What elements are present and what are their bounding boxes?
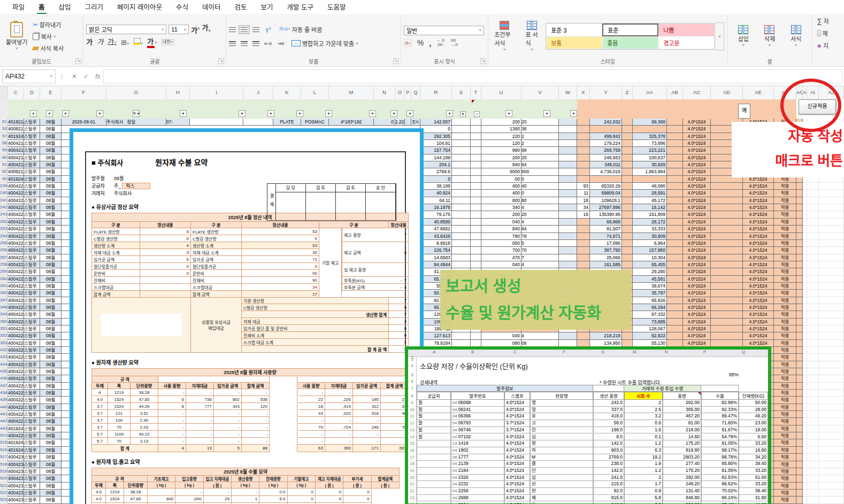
filter-dropdown-icon[interactable]: ▼ xyxy=(325,110,332,117)
yield-cell[interactable]: 심 xyxy=(530,475,593,482)
cell[interactable]: 120 xyxy=(481,140,521,147)
yield-cell[interactable]: 919.80 xyxy=(663,447,701,454)
row-header[interactable]: 347 xyxy=(0,297,8,304)
cell[interactable] xyxy=(803,354,807,361)
cell[interactable] xyxy=(807,447,819,454)
cell[interactable]: 스틸루 xyxy=(24,297,40,304)
cell[interactable] xyxy=(807,240,819,247)
cell[interactable]: 27697.896 xyxy=(590,204,622,211)
cell[interactable]: 4.0*1524 xyxy=(683,268,711,275)
yield-cell[interactable]: 1.2 xyxy=(624,440,663,447)
cell[interactable] xyxy=(559,161,577,168)
filter-dropdown-icon[interactable]: ▼ xyxy=(46,110,53,117)
cell[interactable]: 4004226 xyxy=(8,332,24,339)
cell[interactable]: 스틸루 xyxy=(24,354,40,361)
cell[interactable]: 4.0*1524 xyxy=(743,261,774,268)
row-header[interactable]: 60 xyxy=(0,154,8,161)
yield-cell[interactable]: 1.9 xyxy=(624,461,663,468)
cell[interactable] xyxy=(577,161,590,168)
cell[interactable]: 142.007 xyxy=(420,119,452,126)
cell[interactable]: 43.8428 xyxy=(420,233,452,240)
cell[interactable] xyxy=(667,332,683,339)
col-header-AB[interactable]: AB xyxy=(667,86,683,99)
cell[interactable]: 적용 xyxy=(774,454,796,461)
cell[interactable]: 151,809 xyxy=(633,211,667,218)
cell[interactable]: 4004222 xyxy=(8,290,24,297)
cell[interactable] xyxy=(711,226,743,232)
cell[interactable]: 349,011 xyxy=(590,161,622,168)
cell[interactable] xyxy=(807,439,819,446)
yield-row-header[interactable]: 14 xyxy=(408,434,417,441)
filter-dropdown-icon[interactable]: ▼ xyxy=(96,110,103,117)
cell[interactable]: 스틸루 xyxy=(24,154,40,161)
yield-cell[interactable]: 70.02% xyxy=(701,488,739,495)
cell[interactable] xyxy=(577,247,590,254)
cell[interactable] xyxy=(807,390,819,397)
cell[interactable] xyxy=(796,240,803,247)
row-header[interactable]: 52 xyxy=(0,126,8,133)
yield-cell[interactable]: 34.20 xyxy=(739,454,768,461)
cell[interactable]: 81,507 xyxy=(590,226,622,232)
yield-row-header[interactable]: 8 xyxy=(408,392,417,400)
cell[interactable] xyxy=(667,240,683,247)
bold-button[interactable]: 가 xyxy=(86,39,93,45)
cell[interactable]: 4.0*1524 xyxy=(743,240,774,247)
cell[interactable]: 08월 xyxy=(40,268,62,275)
cell[interactable]: 4.0*1524 xyxy=(743,311,774,318)
cell[interactable]: 4004230 xyxy=(8,461,24,468)
cell[interactable] xyxy=(622,176,633,183)
cell[interactable] xyxy=(819,325,844,332)
col-header-O[interactable]: O xyxy=(395,86,405,99)
cell[interactable] xyxy=(471,204,481,211)
cell[interactable] xyxy=(622,332,633,339)
cell[interactable]: 400 xyxy=(481,190,521,197)
cell[interactable]: 2 xyxy=(521,133,559,140)
cell[interactable]: 4004222 xyxy=(8,268,24,275)
cell[interactable]: 4004230 xyxy=(8,468,24,475)
cell[interactable] xyxy=(803,468,807,475)
yield-row-header[interactable]: 15 xyxy=(408,440,417,447)
cell[interactable] xyxy=(622,140,633,147)
enter-icon[interactable]: ✓ xyxy=(83,73,89,80)
yield-cell[interactable]: 198.0 xyxy=(593,427,624,434)
yield-cell[interactable]: 진 xyxy=(530,427,593,434)
cell[interactable]: 4004226 xyxy=(8,340,24,347)
col-header-Z[interactable]: Z xyxy=(622,86,633,99)
cell[interactable] xyxy=(819,211,844,218)
cell[interactable] xyxy=(803,290,807,297)
cell[interactable]: EA xyxy=(411,119,420,126)
cell[interactable]: 08월 xyxy=(40,425,62,432)
yield-cell[interactable]: 필 xyxy=(417,420,451,427)
yield-row-header[interactable]: 22 xyxy=(408,488,417,495)
cell[interactable]: 4019246 xyxy=(8,176,24,183)
cell[interactable]: 08월 xyxy=(40,332,62,339)
yield-cell[interactable]: 96.24% xyxy=(701,495,739,502)
yield-cell[interactable]: 92.0 xyxy=(593,488,624,495)
cell[interactable]: 20 xyxy=(521,119,559,126)
cell[interactable]: 080 xyxy=(481,340,521,347)
cell[interactable] xyxy=(667,268,683,275)
filter-dropdown-icon[interactable]: ▼ xyxy=(570,110,577,117)
yield-cell[interactable]: 175.20 xyxy=(663,440,701,447)
cell[interactable] xyxy=(577,140,590,147)
cell[interactable] xyxy=(796,283,803,290)
row-header[interactable]: 439 xyxy=(0,397,8,404)
cell[interactable] xyxy=(796,411,803,418)
cell[interactable] xyxy=(471,126,481,133)
cell[interactable]: 08월 xyxy=(40,204,62,211)
cell[interactable]: 4019245 xyxy=(8,133,24,140)
cell[interactable]: 스틸루 xyxy=(24,140,40,147)
cell[interactable] xyxy=(452,119,471,126)
cell[interactable]: 스틸루 xyxy=(24,133,40,140)
cell[interactable] xyxy=(803,347,807,354)
cell[interactable] xyxy=(803,461,807,468)
yield-cell[interactable]: 4.0*1524 xyxy=(504,447,530,454)
yield-cell[interactable]: 클 xyxy=(530,461,593,468)
cell[interactable] xyxy=(471,154,481,161)
cell[interactable]: 4.0*1524 xyxy=(683,126,711,133)
cell[interactable] xyxy=(819,461,844,468)
cell[interactable]: 스틸루 xyxy=(24,226,40,232)
yield-row-header[interactable]: 13 xyxy=(408,427,417,434)
cell[interactable]: 700 xyxy=(481,247,521,254)
cell[interactable] xyxy=(796,197,803,204)
